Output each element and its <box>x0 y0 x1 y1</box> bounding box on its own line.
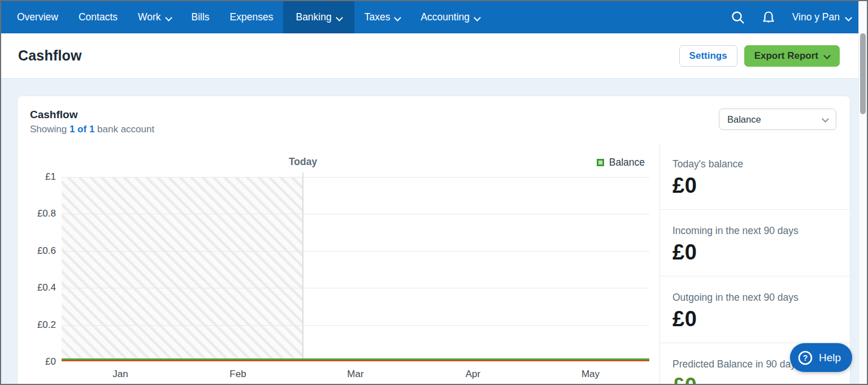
nav-right-group: Vino y Pan <box>727 1 867 33</box>
y-axis-tick-label: £0.6 <box>20 245 56 257</box>
bank-account-count-link[interactable]: 1 of 1 <box>70 124 94 135</box>
balance-legend-label: Balance <box>609 157 645 168</box>
today-label: Today <box>289 156 317 168</box>
card-body: Today £1£0.8£0.6£0.4£0.2£0JanFebMarAprMa… <box>18 143 850 385</box>
past-period-hatched-region <box>62 177 303 359</box>
metric-dropdown[interactable]: Balance <box>719 109 836 130</box>
zero-threshold-line <box>62 360 649 361</box>
gridline <box>62 325 649 326</box>
y-axis-tick-label: £0 <box>20 356 56 367</box>
nav-label: Bills <box>192 11 210 23</box>
nav-label: Contacts <box>79 11 118 23</box>
gridline <box>62 177 649 178</box>
y-axis-tick-label: £0.8 <box>20 208 56 219</box>
gridline <box>62 362 649 362</box>
header-actions: Settings Export Report <box>679 45 850 67</box>
x-axis-tick-label: Feb <box>229 369 246 380</box>
nav-item-expenses[interactable]: Expenses <box>220 1 284 33</box>
y-axis-tick-label: £1 <box>20 171 56 183</box>
nav-item-bills[interactable]: Bills <box>181 1 220 33</box>
account-menu[interactable]: Vino y Pan <box>788 11 851 23</box>
plot-area: Today £1£0.8£0.6£0.4£0.2£0JanFebMarAprMa… <box>62 177 649 362</box>
chevron-down-icon <box>824 53 830 59</box>
scrollbar-thumb[interactable] <box>860 33 866 114</box>
balance-legend-swatch <box>597 159 604 166</box>
chevron-down-icon <box>336 15 342 20</box>
card-header-text: Cashflow Showing 1 of 1 bank account <box>30 109 154 135</box>
stat-value: £0 <box>672 174 837 198</box>
x-axis-tick-label: Jan <box>112 369 128 380</box>
subtitle-prefix: Showing <box>30 124 70 135</box>
chevron-down-icon <box>166 15 171 20</box>
account-name: Vino y Pan <box>792 11 840 23</box>
nav-label: Overview <box>17 11 58 23</box>
chevron-down-icon <box>394 15 400 20</box>
chevron-down-icon <box>845 15 851 20</box>
nav-label: Taxes <box>364 11 390 23</box>
page-header: Cashflow Settings Export Report <box>1 33 867 79</box>
stat-todays-balance: Today's balance £0 <box>660 143 850 210</box>
search-icon[interactable] <box>727 6 749 29</box>
cashflow-card: Cashflow Showing 1 of 1 bank account Bal… <box>17 96 850 385</box>
settings-label: Settings <box>689 50 727 62</box>
nav-item-contacts[interactable]: Contacts <box>68 1 128 33</box>
metric-dropdown-value: Balance <box>727 114 761 125</box>
nav-item-banking[interactable]: Banking <box>283 1 354 33</box>
chart-legend: Balance <box>597 157 645 168</box>
today-vertical-line <box>302 172 303 361</box>
help-button[interactable]: ? Help <box>790 343 852 372</box>
nav-item-accounting[interactable]: Accounting <box>410 1 490 33</box>
nav-label: Work <box>138 11 161 23</box>
card-header: Cashflow Showing 1 of 1 bank account Bal… <box>18 96 850 143</box>
card-title: Cashflow <box>30 109 154 121</box>
top-nav: Overview Contacts Work Bills Expenses Ba… <box>1 1 867 33</box>
vertical-scrollbar <box>858 1 867 384</box>
help-label: Help <box>819 352 841 364</box>
app-window: Overview Contacts Work Bills Expenses Ba… <box>0 0 868 385</box>
stat-incoming-90-days: Incoming in the next 90 days £0 <box>660 210 850 276</box>
stat-label: Outgoing in the next 90 days <box>672 292 837 304</box>
nav-item-overview[interactable]: Overview <box>7 1 68 33</box>
question-mark-icon: ? <box>797 349 814 366</box>
stat-label: Incoming in the next 90 days <box>672 225 837 237</box>
y-axis-tick-label: £0.2 <box>20 319 56 331</box>
stat-value: £0 <box>672 374 837 385</box>
y-axis-tick-label: £0.4 <box>20 282 56 293</box>
subtitle-suffix: bank account <box>94 124 154 135</box>
notifications-bell-icon[interactable] <box>757 6 780 29</box>
export-report-button[interactable]: Export Report <box>744 45 840 67</box>
gridline <box>62 288 649 288</box>
card-subtitle: Showing 1 of 1 bank account <box>30 124 154 135</box>
gridline <box>62 214 649 214</box>
cashflow-chart: Today £1£0.8£0.6£0.4£0.2£0JanFebMarAprMa… <box>18 143 659 385</box>
chevron-down-icon <box>474 15 480 20</box>
nav-label: Expenses <box>230 11 274 23</box>
export-label: Export Report <box>754 50 818 62</box>
gridline <box>62 251 649 252</box>
page-title: Cashflow <box>18 47 82 64</box>
x-axis-tick-label: Apr <box>466 369 480 380</box>
x-axis-tick-label: May <box>581 369 600 380</box>
nav-label: Banking <box>296 11 331 23</box>
nav-item-work[interactable]: Work <box>128 1 181 33</box>
main-content: Cashflow Showing 1 of 1 bank account Bal… <box>1 79 858 385</box>
stat-value: £0 <box>672 307 837 331</box>
stat-label: Today's balance <box>672 158 837 170</box>
stat-value: £0 <box>672 240 837 265</box>
nav-label: Accounting <box>420 11 470 23</box>
x-axis-tick-label: Mar <box>347 369 363 380</box>
nav-item-taxes[interactable]: Taxes <box>354 1 411 33</box>
balance-series-line <box>62 358 649 360</box>
svg-text:?: ? <box>803 353 808 362</box>
settings-button[interactable]: Settings <box>679 45 737 67</box>
chevron-down-icon <box>822 116 828 122</box>
stat-outgoing-90-days: Outgoing in the next 90 days £0 <box>660 276 850 343</box>
